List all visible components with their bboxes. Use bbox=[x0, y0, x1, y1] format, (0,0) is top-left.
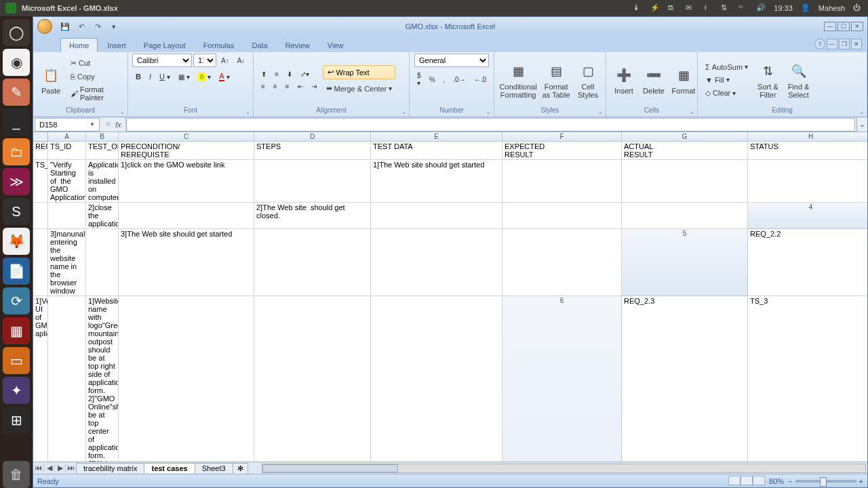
comma-button[interactable]: , bbox=[440, 70, 449, 89]
cell-D3[interactable] bbox=[48, 203, 86, 229]
header-cell-E[interactable]: STEPS bbox=[254, 142, 371, 160]
chevron-down-icon[interactable]: ▼ bbox=[90, 121, 95, 127]
column-header-C[interactable]: C bbox=[119, 132, 254, 142]
spreadsheet-grid[interactable]: ABCDEFGHIJ1REQ_IDTS_IDTEST_OBJECTIVEPREC… bbox=[33, 132, 867, 462]
column-header-F[interactable]: F bbox=[502, 132, 622, 142]
font-name-select[interactable]: Calibri bbox=[132, 54, 192, 67]
sheet-last-icon[interactable]: ⏭ bbox=[66, 464, 77, 472]
qat-customize-icon[interactable]: ▾ bbox=[108, 20, 120, 33]
save-icon[interactable]: 💾 bbox=[59, 20, 71, 33]
chrome-icon[interactable]: ◉ bbox=[3, 49, 30, 76]
row-header-6[interactable]: 6 bbox=[502, 296, 622, 462]
sheet-next-icon[interactable]: ▶ bbox=[55, 464, 66, 472]
shrink-font-button[interactable]: A↓ bbox=[234, 54, 249, 67]
cell-D4[interactable] bbox=[33, 229, 48, 296]
cell-styles-button[interactable]: ▢Cell Styles bbox=[574, 58, 601, 102]
cell-D2[interactable]: Application is installed on computer bbox=[86, 160, 119, 203]
cell-F5[interactable] bbox=[48, 296, 86, 462]
cell-E3[interactable]: 2]close the application bbox=[86, 203, 119, 229]
tab-page-layout[interactable]: Page Layout bbox=[136, 39, 194, 52]
undo-icon[interactable]: ↶ bbox=[75, 20, 87, 33]
cell-F3[interactable] bbox=[119, 203, 254, 229]
cell-G4[interactable]: 3]The Web site should get started bbox=[119, 229, 254, 296]
username[interactable]: Mahesh bbox=[818, 4, 845, 12]
cell-H3[interactable] bbox=[371, 203, 502, 229]
horizontal-scrollbar[interactable] bbox=[262, 464, 866, 473]
align-left-button[interactable]: ≡ bbox=[258, 81, 269, 92]
zoom-slider[interactable] bbox=[795, 480, 856, 483]
tab-review[interactable]: Review bbox=[277, 39, 318, 52]
underline-button[interactable]: U ▾ bbox=[156, 70, 174, 83]
firefox-icon[interactable]: 🦊 bbox=[3, 228, 30, 255]
merge-center-button[interactable]: ⬌Merge & Center ▾ bbox=[323, 82, 396, 95]
bold-button[interactable]: B bbox=[132, 70, 144, 83]
cell-C3[interactable] bbox=[33, 203, 48, 229]
format-painter-button[interactable]: 🖌Format Painter bbox=[67, 83, 123, 104]
tab-formulas[interactable]: Formulas bbox=[195, 39, 243, 52]
trash-icon[interactable]: 🗑 bbox=[3, 461, 30, 488]
border-button[interactable]: ▦ ▾ bbox=[175, 70, 193, 83]
orientation-button[interactable]: ⤢▾ bbox=[297, 68, 313, 80]
increase-indent-button[interactable]: ⇥ bbox=[308, 81, 320, 92]
clear-button[interactable]: ◇Clear ▾ bbox=[702, 87, 751, 100]
fx-icon[interactable]: fx bbox=[115, 121, 121, 129]
column-header-E[interactable]: E bbox=[371, 132, 502, 142]
autosum-button[interactable]: ΣAutoSum ▾ bbox=[702, 61, 751, 73]
script-icon[interactable]: ≫ bbox=[3, 168, 30, 195]
cell-F4[interactable] bbox=[86, 229, 119, 296]
cell-E4[interactable]: 3]manunally entering the website name in… bbox=[48, 229, 86, 296]
volume-icon[interactable]: 🔊 bbox=[756, 3, 766, 13]
align-right-button[interactable]: ≡ bbox=[282, 81, 293, 92]
tab-insert[interactable]: Insert bbox=[99, 39, 134, 52]
column-header-B[interactable]: B bbox=[86, 132, 119, 142]
fill-button[interactable]: ▼Fill ▾ bbox=[702, 74, 751, 86]
italic-button[interactable]: I bbox=[146, 70, 155, 83]
formula-input[interactable] bbox=[126, 118, 855, 131]
sheet-prev-icon[interactable]: ◀ bbox=[44, 464, 55, 472]
doc-restore-button[interactable]: ❐ bbox=[839, 39, 850, 49]
office-button[interactable] bbox=[37, 19, 52, 34]
align-top-button[interactable]: ⬆ bbox=[258, 68, 270, 80]
view-buttons[interactable] bbox=[728, 476, 765, 487]
bluetooth-icon[interactable]: ᚼ bbox=[703, 3, 713, 13]
redo-icon[interactable]: ↷ bbox=[92, 20, 104, 33]
cell-I3[interactable] bbox=[502, 203, 622, 229]
gedit-icon[interactable]: ✎ bbox=[3, 79, 30, 106]
cell-A5[interactable]: REQ_2.2 bbox=[748, 229, 867, 296]
decrease-indent-button[interactable]: ⇤ bbox=[294, 81, 307, 92]
cell-H4[interactable] bbox=[254, 229, 371, 296]
wifi-icon[interactable]: ⌔ bbox=[738, 3, 748, 13]
help-icon[interactable]: ? bbox=[814, 39, 825, 49]
font-size-select[interactable]: 11 bbox=[193, 54, 216, 67]
network-icon[interactable]: ⇅ bbox=[721, 3, 730, 13]
cell-E5[interactable]: 1]Verify UI of GMO aplication. bbox=[33, 296, 48, 462]
align-bottom-button[interactable]: ⬇ bbox=[283, 68, 296, 80]
select-all-corner[interactable] bbox=[33, 132, 48, 142]
column-header-A[interactable]: A bbox=[48, 132, 86, 142]
terminal-icon[interactable]: _ bbox=[3, 108, 30, 136]
new-sheet-button[interactable]: ✻ bbox=[233, 463, 248, 474]
expand-formula-bar-icon[interactable]: ⌄ bbox=[856, 117, 867, 131]
insert-cells-button[interactable]: ➕Insert bbox=[610, 58, 637, 102]
font-color-button[interactable]: A▾ bbox=[216, 70, 233, 83]
cell-I4[interactable] bbox=[371, 229, 502, 296]
impress-icon[interactable]: ▭ bbox=[3, 347, 30, 374]
cell-E2[interactable]: 1]click on the GMO website link bbox=[119, 160, 254, 203]
doc-minimize-button[interactable]: ― bbox=[827, 39, 837, 49]
cell-I5[interactable] bbox=[254, 296, 371, 462]
maximize-button[interactable]: ☐ bbox=[837, 22, 850, 31]
header-cell-G[interactable]: EXPECTED RESULT bbox=[502, 142, 622, 160]
cut-button[interactable]: ✂Cut bbox=[67, 57, 123, 70]
header-cell-C[interactable]: TEST_OBJECTIVE bbox=[86, 142, 119, 160]
conditional-formatting-button[interactable]: ▦Conditional Formatting bbox=[498, 58, 538, 102]
decrease-decimal-button[interactable]: ←.0 bbox=[471, 70, 490, 89]
tab-data[interactable]: Data bbox=[243, 39, 275, 52]
cell-J2[interactable] bbox=[748, 160, 867, 203]
copy-button[interactable]: ⎘Copy bbox=[67, 70, 123, 83]
header-cell-B[interactable]: TS_ID bbox=[48, 142, 86, 160]
align-center-button[interactable]: ≡ bbox=[270, 81, 281, 92]
close-button[interactable]: ✕ bbox=[851, 22, 863, 31]
delete-cells-button[interactable]: ➖Delete bbox=[640, 58, 667, 102]
cell-I2[interactable] bbox=[622, 160, 748, 203]
sheet-tab-sheet3[interactable]: Sheet3 bbox=[195, 463, 233, 473]
